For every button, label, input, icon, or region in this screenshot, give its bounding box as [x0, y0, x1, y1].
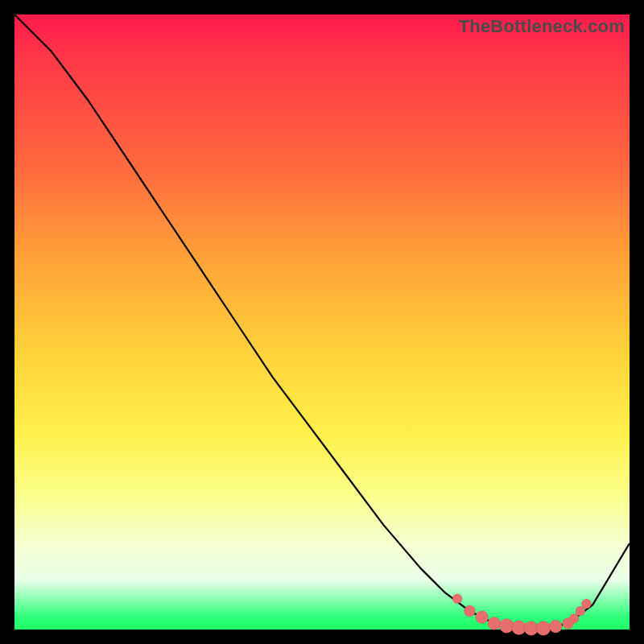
bottleneck-curve — [14, 14, 630, 630]
chart-svg — [14, 14, 630, 630]
optimal-dot — [452, 594, 462, 604]
optimal-dot — [582, 599, 592, 609]
optimal-range-dots — [452, 594, 591, 636]
optimal-dot — [488, 617, 501, 630]
optimal-dot — [549, 620, 562, 633]
optimal-dot — [476, 611, 489, 624]
optimal-dot — [464, 605, 475, 617]
chart-frame: TheBottleneck.com — [14, 14, 630, 630]
optimal-dot — [536, 621, 551, 636]
